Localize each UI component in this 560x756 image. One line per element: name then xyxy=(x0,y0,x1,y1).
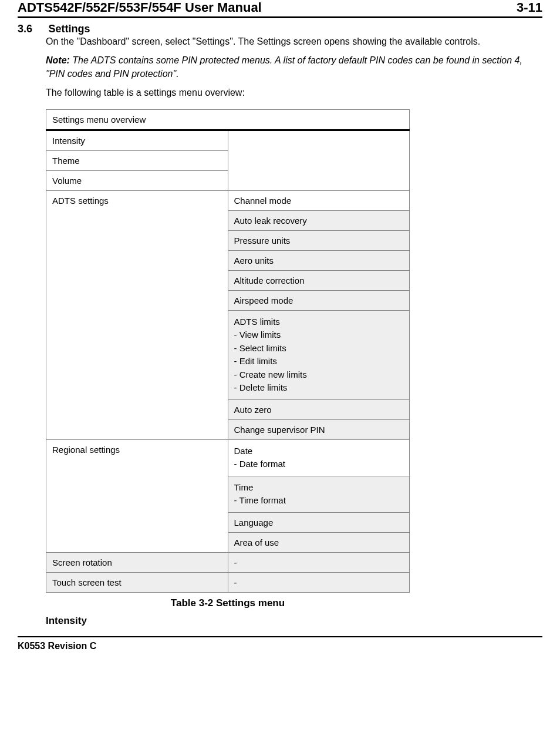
cell-altitude: Altitude correction xyxy=(228,270,410,290)
cell-change-pin: Change supervisor PIN xyxy=(228,419,410,439)
cell-touch-test-dash: - xyxy=(228,572,410,592)
cell-blank xyxy=(228,130,410,190)
date-format: - Date format xyxy=(234,458,404,471)
note-text: The ADTS contains some PIN protected men… xyxy=(46,55,522,78)
cell-adts-settings: ADTS settings xyxy=(46,190,228,439)
time-format: - Time format xyxy=(234,494,404,508)
page-footer: K0553 Revision C xyxy=(18,636,542,651)
section-title: Settings xyxy=(48,23,90,35)
paragraph-intro: On the "Dashboard" screen, select "Setti… xyxy=(46,35,542,48)
cell-volume: Volume xyxy=(46,170,228,190)
section-body: On the "Dashboard" screen, select "Setti… xyxy=(46,35,542,627)
cell-touch-test: Touch screen test xyxy=(46,572,228,592)
cell-adts-limits: ADTS limits - View limits - Select limit… xyxy=(228,310,410,399)
cell-date: Date - Date format xyxy=(228,439,410,476)
adts-limits-edit: - Edit limits xyxy=(234,355,404,368)
header-title: ADTS542F/552F/553F/554F User Manual xyxy=(18,0,262,15)
page-header: ADTS542F/552F/553F/554F User Manual 3-11 xyxy=(18,0,542,18)
cell-airspeed-mode: Airspeed mode xyxy=(228,290,410,310)
table-caption-cell: Settings menu overview xyxy=(46,109,410,130)
cell-language: Language xyxy=(228,512,410,532)
cell-screen-rotation-dash: - xyxy=(228,552,410,572)
date-title: Date xyxy=(234,445,404,458)
cell-theme: Theme xyxy=(46,150,228,170)
paragraph-table-intro: The following table is a settings menu o… xyxy=(46,86,542,99)
adts-limits-select: - Select limits xyxy=(234,342,404,355)
cell-auto-leak: Auto leak recovery xyxy=(228,210,410,230)
cell-area-of-use: Area of use xyxy=(228,532,410,552)
cell-channel-mode: Channel mode xyxy=(228,190,410,210)
cell-screen-rotation: Screen rotation xyxy=(46,552,228,572)
cell-pressure-units: Pressure units xyxy=(228,230,410,250)
adts-limits-create: - Create new limits xyxy=(234,368,404,382)
adts-limits-view: - View limits xyxy=(234,328,404,342)
adts-limits-delete: - Delete limits xyxy=(234,381,404,395)
settings-table-wrapper: Settings menu overview Intensity Theme V… xyxy=(46,109,542,609)
cell-regional: Regional settings xyxy=(46,439,228,552)
time-title: Time xyxy=(234,481,404,495)
paragraph-note: Note: The ADTS contains some PIN protect… xyxy=(46,54,542,80)
settings-menu-table: Settings menu overview Intensity Theme V… xyxy=(46,109,410,593)
adts-limits-title: ADTS limits xyxy=(234,315,404,329)
header-page-number: 3-11 xyxy=(517,0,542,15)
cell-aero-units: Aero units xyxy=(228,250,410,270)
cell-time: Time - Time format xyxy=(228,476,410,512)
note-label: Note: xyxy=(46,55,70,65)
section-heading-row: 3.6 Settings xyxy=(18,23,542,35)
cell-auto-zero: Auto zero xyxy=(228,399,410,419)
cell-intensity: Intensity xyxy=(46,130,228,150)
table-bottom-caption: Table 3-2 Settings menu xyxy=(46,597,410,609)
subheading-intensity: Intensity xyxy=(46,615,542,627)
section-number: 3.6 xyxy=(18,23,46,35)
